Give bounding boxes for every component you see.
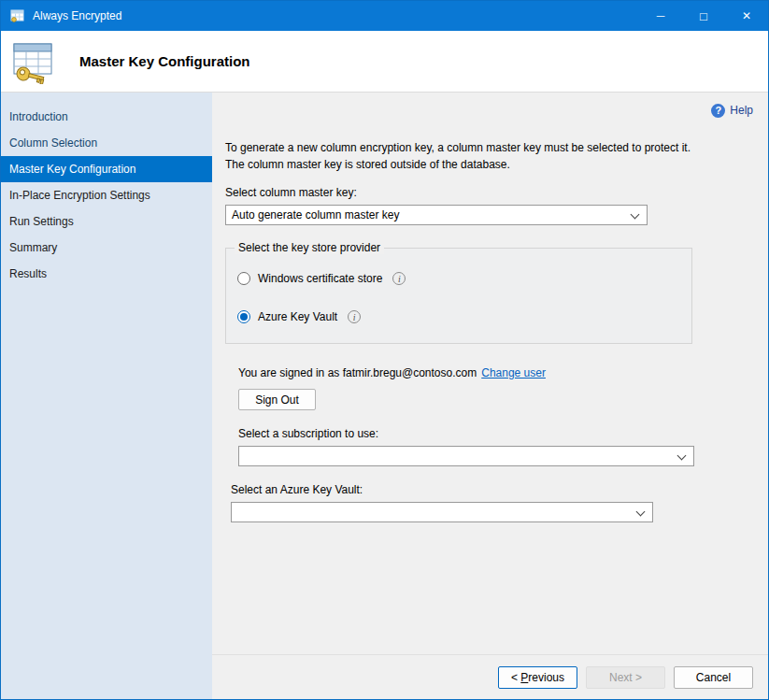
master-key-label: Select column master key: <box>225 186 753 199</box>
subscription-label: Select a subscription to use: <box>238 427 753 440</box>
sidebar-item-results[interactable]: Results <box>1 261 212 287</box>
radio-icon-unchecked <box>237 272 250 285</box>
previous-button[interactable]: < Previous <box>498 666 577 689</box>
intro-text: To generate a new column encryption key,… <box>225 139 705 173</box>
master-key-dropdown[interactable]: Auto generate column master key <box>225 205 648 225</box>
chevron-down-icon <box>631 210 640 220</box>
wizard-footer: < Previous Next > Cancel <box>212 654 768 699</box>
help-icon: ? <box>711 104 725 118</box>
info-icon[interactable]: i <box>392 272 406 285</box>
subscription-dropdown[interactable] <box>238 446 694 466</box>
sidebar-item-column-selection[interactable]: Column Selection <box>1 130 212 156</box>
sidebar-item-master-key-configuration[interactable]: Master Key Configuration <box>1 156 212 182</box>
next-button[interactable]: Next > <box>586 666 665 689</box>
maximize-button[interactable]: □ <box>682 1 725 31</box>
chevron-down-icon <box>677 451 687 461</box>
sidebar-item-inplace-encryption-settings[interactable]: In-Place Encryption Settings <box>1 182 212 208</box>
help-link[interactable]: ? Help <box>225 102 753 119</box>
radio-azure-key-vault[interactable]: Azure Key Vault i <box>237 309 680 324</box>
signed-in-text: You are signed in as fatmir.bregu@contos… <box>238 366 477 379</box>
change-user-link[interactable]: Change user <box>481 366 546 379</box>
sidebar-item-summary[interactable]: Summary <box>1 235 212 261</box>
sidebar-item-introduction[interactable]: Introduction <box>1 104 212 130</box>
help-label: Help <box>730 104 753 117</box>
wizard-header: Master Key Configuration <box>1 31 768 93</box>
key-store-provider-group-title: Select the key store provider <box>235 241 384 254</box>
chevron-down-icon <box>636 507 646 517</box>
minimize-button[interactable]: ─ <box>639 1 682 31</box>
sidebar-item-run-settings[interactable]: Run Settings <box>1 208 212 235</box>
close-button[interactable]: ✕ <box>725 1 768 31</box>
radio-icon-checked <box>237 310 250 323</box>
always-encrypted-window: Always Encrypted ─ □ ✕ <box>0 0 769 700</box>
signed-in-status: You are signed in as fatmir.bregu@contos… <box>238 366 753 379</box>
key-vault-label: Select an Azure Key Vault: <box>231 483 753 496</box>
radio-windows-certificate-store[interactable]: Windows certificate store i <box>237 271 680 286</box>
cancel-button[interactable]: Cancel <box>674 666 753 689</box>
key-store-provider-group: Select the key store provider Windows ce… <box>225 248 692 344</box>
titlebar: Always Encrypted ─ □ ✕ <box>1 1 768 31</box>
radio-label: Azure Key Vault <box>258 310 337 323</box>
master-key-configuration-page: ? Help To generate a new column encrypti… <box>212 93 768 654</box>
radio-label: Windows certificate store <box>258 272 382 285</box>
key-vault-dropdown[interactable] <box>231 502 653 522</box>
master-key-selected-value: Auto generate column master key <box>232 208 399 221</box>
window-controls: ─ □ ✕ <box>639 1 768 31</box>
sign-out-button[interactable]: Sign Out <box>238 389 316 410</box>
page-title: Master Key Configuration <box>79 53 250 69</box>
info-icon[interactable]: i <box>348 310 361 323</box>
always-encrypted-app-icon <box>10 8 25 23</box>
window-title: Always Encrypted <box>33 9 121 22</box>
master-key-table-icon <box>10 39 59 84</box>
wizard-steps-sidebar: Introduction Column Selection Master Key… <box>1 93 212 699</box>
